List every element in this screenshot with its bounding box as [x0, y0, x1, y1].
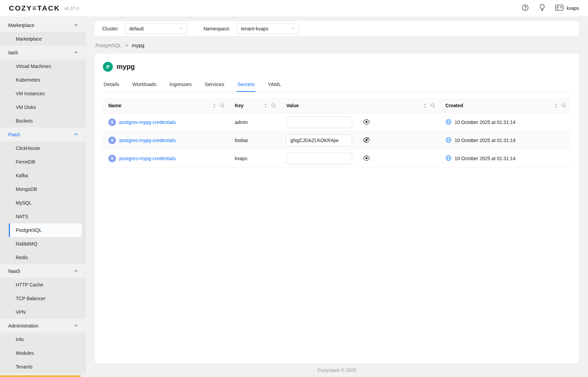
- sidebar-item-ferretdb[interactable]: FerretDB: [0, 155, 85, 169]
- sidebar-item-vpn[interactable]: VPN: [0, 305, 85, 319]
- sort-icon[interactable]: [423, 103, 427, 108]
- namespace-select[interactable]: tenant-kvaps: [237, 23, 299, 34]
- column-controls: [213, 103, 225, 108]
- sidebar-item-rabbitmq[interactable]: RabbitMQ: [0, 237, 85, 251]
- sidebar-item-mysql[interactable]: MySQL: [0, 196, 85, 210]
- created-timestamp: 10 October 2025 at 01:31:14: [455, 156, 516, 161]
- secret-value-input[interactable]: [286, 153, 352, 164]
- theme-toggle-button[interactable]: [539, 3, 546, 13]
- search-icon[interactable]: [561, 103, 566, 108]
- sidebar-item-tenants[interactable]: Tenants: [0, 360, 85, 374]
- sidebar-item-http-cache[interactable]: HTTP Cache: [0, 278, 85, 292]
- topbar-actions: kvaps: [521, 3, 579, 13]
- section-items: Marketplace: [0, 32, 85, 46]
- secret-key-cell: admin: [229, 113, 281, 131]
- sidebar-section-header-naas[interactable]: NaaS: [0, 264, 85, 278]
- secret-name-link[interactable]: postgres-mypg-credentials: [119, 120, 176, 125]
- secret-name-cell: S postgres-mypg-credentials: [103, 131, 229, 149]
- sidebar-item-virtual-machines[interactable]: Virtual Machines: [0, 59, 85, 73]
- sidebar-item-postgresql[interactable]: PostgreSQL: [9, 223, 82, 237]
- sidebar-section-naas: NaaS HTTP Cache TCP Balancer VPN: [0, 264, 85, 319]
- table-row: S postgres-mypg-credentials admin: [103, 113, 571, 131]
- chevron-up-icon: [74, 268, 78, 274]
- sidebar-item-redis[interactable]: Redis: [0, 251, 85, 264]
- globe-icon: [445, 137, 452, 144]
- id-badge-icon: [555, 5, 563, 12]
- breadcrumb-parent-link[interactable]: PostgreSQL: [95, 43, 121, 48]
- column-controls: [423, 103, 435, 108]
- column-label: Value: [286, 103, 299, 108]
- created-timestamp: 10 October 2025 at 01:31:14: [455, 138, 516, 143]
- secret-value-cell: [281, 131, 440, 149]
- secret-value-cell: [281, 113, 440, 131]
- sidebar-item-kafka[interactable]: Kafka: [0, 169, 85, 182]
- section-label: NaaS: [8, 268, 20, 274]
- tab-secrets[interactable]: Secrets: [237, 80, 255, 92]
- help-button[interactable]: [521, 4, 529, 13]
- sidebar-item-kubernetes[interactable]: Kubernetes: [0, 73, 85, 87]
- breadcrumb-current: mypg: [132, 42, 144, 48]
- cluster-select[interactable]: default: [125, 23, 187, 34]
- sidebar-section-marketplace: Marketplace Marketplace: [0, 18, 85, 46]
- namespace-select-value: tenant-kvaps: [241, 26, 268, 31]
- table-header-row: Name Key: [103, 98, 571, 113]
- user-menu[interactable]: kvaps: [555, 5, 579, 12]
- sidebar-section-header-administration[interactable]: Administration: [0, 319, 85, 333]
- secret-value-input[interactable]: [286, 116, 352, 128]
- sidebar-item-marketplace[interactable]: Marketplace: [0, 32, 85, 46]
- tab-services[interactable]: Services: [204, 80, 225, 92]
- question-circle-icon: [522, 4, 529, 12]
- toggle-visibility-button[interactable]: [363, 137, 370, 144]
- sidebar-item-buckets[interactable]: Buckets: [0, 114, 85, 128]
- sidebar-item-clickhouse[interactable]: ClickHouse: [0, 141, 85, 155]
- sidebar-section-header-paas[interactable]: PaaS: [0, 128, 85, 141]
- sidebar-item-tcp-balancer[interactable]: TCP Balancer: [0, 292, 85, 305]
- sort-icon[interactable]: [264, 103, 267, 108]
- secret-value-input[interactable]: [286, 135, 352, 146]
- sidebar-section-paas: PaaS ClickHouse FerretDB Kafka MongoDB M…: [0, 128, 85, 264]
- sidebar-item-vm-instances[interactable]: VM Instances: [0, 87, 85, 100]
- tab-yaml[interactable]: YAML: [267, 80, 282, 92]
- sort-icon[interactable]: [213, 103, 216, 108]
- search-icon[interactable]: [430, 103, 435, 108]
- sidebar-section-header-iaas[interactable]: IaaS: [0, 46, 85, 59]
- search-icon[interactable]: [271, 103, 276, 108]
- sidebar-item-info[interactable]: Info: [0, 333, 85, 346]
- sidebar-item-modules[interactable]: Modules: [0, 346, 85, 360]
- sidebar-section-header-marketplace[interactable]: Marketplace: [0, 18, 85, 32]
- tab-bar: Details Workloads Ingresses Services Sec…: [103, 80, 571, 92]
- app-root: COZY ≡ TACK v0.37.0: [0, 0, 588, 377]
- page-footer: Cozystack © 2025: [95, 363, 579, 377]
- section-items: ClickHouse FerretDB Kafka MongoDB MySQL …: [0, 141, 85, 264]
- tab-ingresses[interactable]: Ingresses: [169, 80, 192, 92]
- cluster-select-value: default: [129, 26, 144, 31]
- column-label: Name: [108, 103, 121, 108]
- tab-details[interactable]: Details: [103, 80, 120, 92]
- toggle-visibility-button[interactable]: [363, 119, 370, 126]
- logo-text-left: COZY: [9, 4, 32, 12]
- sidebar-item-mongodb[interactable]: MongoDB: [0, 182, 85, 196]
- eye-icon: [363, 119, 370, 126]
- sidebar-notice-strip: [0, 375, 81, 377]
- column-header-name: Name: [103, 98, 229, 113]
- username: kvaps: [566, 5, 579, 11]
- postgres-resource-icon: P: [103, 62, 113, 72]
- tab-workloads[interactable]: Workloads: [132, 80, 157, 92]
- sort-icon[interactable]: [554, 103, 558, 108]
- eye-slash-icon: [363, 137, 370, 144]
- secret-name-link[interactable]: postgres-mypg-credentials: [119, 156, 176, 161]
- main-content: Cluster: default Namespace: tenant-kvaps…: [86, 16, 588, 377]
- secret-name-link[interactable]: postgres-mypg-credentials: [119, 138, 176, 143]
- resource-title-row: P mypg: [103, 62, 571, 72]
- section-items: HTTP Cache TCP Balancer VPN: [0, 278, 85, 319]
- section-label: Administration: [8, 323, 39, 329]
- created-cell: 10 October 2025 at 01:31:14: [440, 113, 571, 131]
- search-icon[interactable]: [220, 103, 225, 108]
- secret-key-cell: kvaps: [229, 150, 281, 167]
- toggle-visibility-button[interactable]: [363, 155, 370, 162]
- sidebar-item-nats[interactable]: NATS: [0, 210, 85, 223]
- secret-key-cell: foobar: [229, 131, 281, 149]
- sidebar-item-vm-disks[interactable]: VM Disks: [0, 100, 85, 114]
- breadcrumb-separator: >: [125, 43, 128, 48]
- sidebar-section-iaas: IaaS Virtual Machines Kubernetes VM Inst…: [0, 46, 85, 128]
